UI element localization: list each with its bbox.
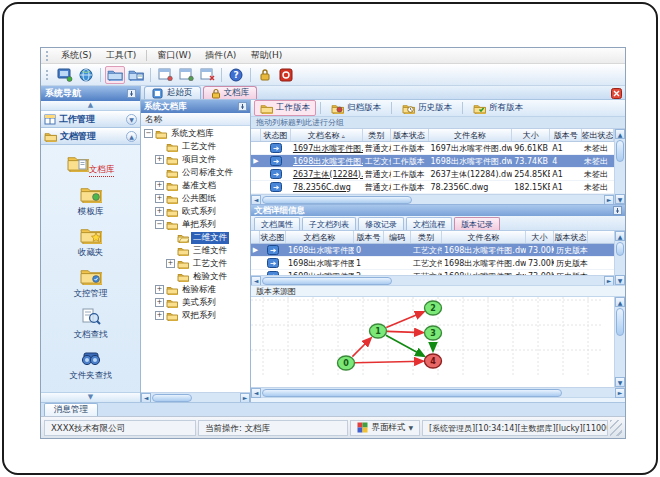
column-header-状态图[interactable]: 状态图	[260, 231, 286, 243]
tree-item-系统文档库[interactable]: −系统文档库	[141, 127, 250, 140]
pin-icon[interactable]	[127, 89, 136, 98]
tree-item-公共图纸[interactable]: +公共图纸	[141, 192, 250, 205]
tree-item-美式系列[interactable]: +美式系列	[141, 296, 250, 309]
versions-vscrollbar-up-arrow[interactable]: ▲	[615, 231, 625, 241]
version-node-0[interactable]: 0	[338, 356, 355, 370]
graph-vscrollbar[interactable]: ▲▼	[614, 297, 625, 387]
column-header-文档名称[interactable]: 文档名称▵	[291, 129, 363, 141]
tree-item-检验文件[interactable]: 检验文件	[141, 270, 250, 283]
version-node-1[interactable]: 1	[370, 324, 387, 338]
column-header-状态图[interactable]: 状态图	[261, 129, 291, 141]
graph-vscrollbar-up-arrow[interactable]: ▲	[615, 297, 625, 307]
ui-style-dropdown[interactable]: 界面样式 ▼	[350, 420, 420, 436]
detail-tab-文档流程[interactable]: 文档流程	[406, 217, 452, 230]
detail-tab-文档属性[interactable]: 文档属性	[254, 217, 300, 230]
detail-tab-子文档列表[interactable]: 子文档列表	[302, 217, 356, 230]
column-header-版本号[interactable]: 版本号	[550, 129, 582, 141]
column-header-签出状态[interactable]: 签出状态	[582, 129, 614, 141]
window-close-icon[interactable]	[197, 66, 217, 84]
sidebar-item-文档库[interactable]: 文档库	[41, 150, 140, 181]
graph-hscrollbar[interactable]: ◄►	[251, 387, 625, 397]
graph-hscrollbar-left-arrow[interactable]: ◄	[251, 388, 261, 398]
pin-icon[interactable]	[613, 206, 622, 215]
column-header-版本号[interactable]: 版本号	[354, 231, 384, 243]
version-node-3[interactable]: 3	[425, 326, 442, 340]
column-header-文件名称[interactable]: 文件名称	[442, 231, 526, 243]
tree-item-工艺文件[interactable]: 工艺文件	[141, 140, 250, 153]
versions-vscrollbar-thumb[interactable]	[616, 242, 624, 256]
table-row[interactable]: 2637主体(12284).dwg普通文档工作版本2637主体(12284).d…	[251, 168, 614, 181]
table-row[interactable]: ▶1698出水嘴零件图.dwg0工艺文件1698出水嘴零件图.dwg73.00K…	[251, 244, 614, 257]
tree-hscrollbar-thumb[interactable]	[152, 394, 192, 402]
expand-icon[interactable]: +	[155, 155, 164, 164]
table-row[interactable]: ▶1698出水嘴零件图.dwg工艺文件工作版本1698出水嘴零件图.dwg73.…	[251, 155, 614, 168]
tree-item-欧式系列[interactable]: +欧式系列	[141, 205, 250, 218]
globe-icon[interactable]	[76, 66, 96, 84]
documents-hscrollbar-thumb[interactable]	[262, 196, 412, 204]
expand-icon[interactable]: +	[155, 311, 164, 320]
column-header-类别[interactable]: 类别	[411, 231, 442, 243]
column-header-文件名称[interactable]: 文件名称	[429, 129, 513, 141]
detail-tab-修改记录[interactable]: 修改记录	[358, 217, 404, 230]
expand-icon[interactable]: +	[155, 285, 164, 294]
column-header-版本状态[interactable]: 版本状态	[554, 231, 588, 243]
tab-文档库[interactable]: 文档库	[203, 86, 258, 99]
resize-grip[interactable]	[610, 420, 622, 436]
collapse-icon[interactable]: −	[155, 220, 164, 229]
tree-item-公司标准文件[interactable]: 公司标准文件	[141, 166, 250, 179]
documents-hscrollbar-left-arrow[interactable]: ◄	[251, 195, 261, 205]
window-refresh-icon[interactable]	[176, 66, 196, 84]
sidebar-collapse-up[interactable]: ▲	[41, 101, 140, 111]
button-归档版本[interactable]: 归档版本	[325, 100, 387, 116]
sidebar-panel-1[interactable]: 工作管理▼	[41, 111, 140, 128]
tab-起始页[interactable]: 起始页	[144, 86, 201, 99]
documents-vscrollbar-up-arrow[interactable]: ▲	[615, 129, 625, 139]
versions-table-hscrollbar[interactable]: ◄►	[251, 275, 614, 285]
sidebar-item-文控管理[interactable]: 文控管理	[41, 263, 140, 304]
version-node-4[interactable]: 4	[425, 354, 442, 368]
menu-item-2[interactable]: 工具(T)	[99, 48, 144, 63]
table-row[interactable]: 1698出水嘴零件图.dwg1工艺文件1698出水嘴零件图.dwg73.00KB…	[251, 257, 614, 270]
tree-hscrollbar-left-arrow[interactable]: ◄	[141, 393, 151, 403]
tree-hscrollbar[interactable]: ◄►	[141, 392, 250, 402]
graph-hscrollbar-right-arrow[interactable]: ►	[615, 388, 625, 398]
expand-icon[interactable]: +	[155, 298, 164, 307]
button-工作版本[interactable]: 工作版本	[254, 100, 316, 116]
column-header-大小[interactable]: 大小	[526, 231, 554, 243]
tree-item-项目文件[interactable]: +项目文件	[141, 153, 250, 166]
table-row[interactable]: 1697出水嘴零件图.dwg普通文档工作版本1697出水嘴零件图.dwg96.6…	[251, 142, 614, 155]
tree-hscrollbar-right-arrow[interactable]: ►	[240, 393, 250, 403]
versions-table-vscrollbar[interactable]: ▲▼	[614, 231, 625, 285]
tree-item-三维文件[interactable]: 三维文件	[141, 244, 250, 257]
graph-hscrollbar-thumb[interactable]	[262, 389, 562, 397]
tree-column-header[interactable]: 名称	[141, 113, 250, 126]
exit-icon[interactable]	[276, 66, 296, 84]
help-icon[interactable]: ?	[226, 66, 246, 84]
version-node-2[interactable]: 2	[425, 301, 442, 315]
documents-hscrollbar-right-arrow[interactable]: ►	[604, 195, 614, 205]
close-icon[interactable]	[611, 88, 622, 99]
collapse-icon[interactable]: −	[144, 129, 153, 138]
column-header-类别[interactable]: 类别	[363, 129, 391, 141]
sidebar-item-模板库[interactable]: 模板库	[41, 181, 140, 222]
sidebar-item-收藏夹[interactable]: 收藏夹	[41, 222, 140, 263]
column-header-大小[interactable]: 大小	[512, 129, 550, 141]
column-header-编码[interactable]: 编码	[384, 231, 411, 243]
window-new-icon[interactable]	[155, 66, 175, 84]
lock-icon[interactable]	[255, 66, 275, 84]
open-folder-icon[interactable]	[105, 66, 125, 84]
sidebar-item-文档查找[interactable]: 文档查找	[41, 304, 140, 345]
documents-table-hscrollbar[interactable]: ◄►	[251, 194, 614, 204]
interface-screen-icon[interactable]	[55, 66, 75, 84]
graph-vscrollbar-thumb[interactable]	[616, 308, 624, 336]
chevron-down-icon[interactable]: ▼	[126, 114, 137, 125]
tree-item-单把系列[interactable]: −单把系列	[141, 218, 250, 231]
sidebar-collapse-down[interactable]: ▼	[41, 392, 140, 402]
expand-icon[interactable]: +	[166, 259, 175, 268]
graph-vscrollbar-down-arrow[interactable]: ▼	[615, 377, 625, 387]
tree-item-双把系列[interactable]: +双把系列	[141, 309, 250, 322]
documents-vscrollbar-thumb[interactable]	[616, 140, 624, 162]
pin-icon[interactable]	[238, 102, 247, 111]
chevron-up-icon[interactable]: ▲	[126, 131, 137, 142]
tab-message-management[interactable]: 消息管理	[44, 403, 98, 416]
